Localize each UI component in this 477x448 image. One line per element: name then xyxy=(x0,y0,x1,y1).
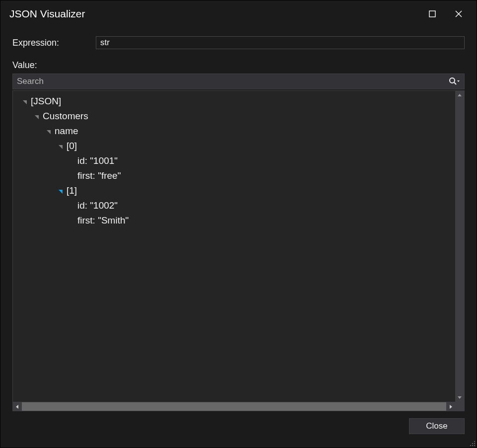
dialog-body: Expression: Value: xyxy=(0,27,477,448)
resize-grip-icon xyxy=(468,439,476,447)
search-icon xyxy=(450,78,456,84)
scroll-left-button[interactable] xyxy=(13,402,22,411)
maximize-button[interactable] xyxy=(421,4,443,24)
tree-label: first: "free" xyxy=(77,170,121,181)
tree-label: [1] xyxy=(67,185,77,196)
chevron-left-icon xyxy=(15,404,20,409)
svg-point-6 xyxy=(472,443,473,444)
tree-node-name[interactable]: name xyxy=(13,124,455,139)
tree-label: name xyxy=(55,126,78,137)
search-bar xyxy=(12,74,465,89)
svg-point-10 xyxy=(474,445,475,446)
value-label: Value: xyxy=(12,60,465,71)
tree-label: id: "1001" xyxy=(77,155,118,166)
svg-point-5 xyxy=(474,441,475,442)
window-title: JSON Visualizer xyxy=(9,8,417,20)
chevron-down-icon xyxy=(457,395,462,400)
dialog-footer: Close xyxy=(12,418,465,434)
expression-input[interactable] xyxy=(96,36,465,49)
svg-rect-0 xyxy=(429,11,435,17)
json-visualizer-window: JSON Visualizer Expression: Value: xyxy=(0,0,477,448)
chevron-down-icon xyxy=(457,80,460,82)
expression-row: Expression: xyxy=(12,36,465,49)
tree-node-customers[interactable]: Customers xyxy=(13,109,455,124)
svg-point-7 xyxy=(474,443,475,444)
tree-label: [JSON] xyxy=(31,96,61,107)
tree-panel: [JSON] Customers name [0] id: "1001" xyxy=(12,90,465,402)
scroll-up-button[interactable] xyxy=(455,91,464,100)
svg-point-3 xyxy=(450,78,455,83)
tree-label: first: "Smith" xyxy=(77,215,129,226)
tree-label: id: "1002" xyxy=(77,200,118,211)
expression-label: Expression: xyxy=(12,38,96,48)
tree-node-item-1[interactable]: [1] xyxy=(13,183,455,198)
tree-label: [0] xyxy=(67,141,77,151)
tree-leaf-id-1[interactable]: id: "1002" xyxy=(13,198,455,213)
titlebar: JSON Visualizer xyxy=(0,0,477,27)
expander-icon[interactable] xyxy=(22,98,28,104)
close-button[interactable]: Close xyxy=(409,418,465,434)
vertical-scrollbar[interactable] xyxy=(455,91,464,402)
scrollbar-track[interactable] xyxy=(22,402,446,411)
scroll-right-button[interactable] xyxy=(446,402,455,411)
chevron-right-icon xyxy=(448,404,453,409)
scroll-down-button[interactable] xyxy=(455,393,464,402)
chevron-up-icon xyxy=(457,93,462,98)
expander-icon[interactable] xyxy=(46,128,52,134)
svg-point-9 xyxy=(472,445,473,446)
tree-leaf-first-0[interactable]: first: "free" xyxy=(13,168,455,183)
close-icon xyxy=(455,10,463,18)
tree-leaf-first-1[interactable]: first: "Smith" xyxy=(13,213,455,228)
tree-node-item-0[interactable]: [0] xyxy=(13,139,455,153)
search-button[interactable] xyxy=(444,74,464,89)
resize-grip[interactable] xyxy=(468,439,476,447)
close-window-button[interactable] xyxy=(447,4,470,24)
svg-point-8 xyxy=(470,445,471,446)
expander-icon[interactable] xyxy=(58,188,64,194)
tree-leaf-id-0[interactable]: id: "1001" xyxy=(13,153,455,168)
svg-line-4 xyxy=(454,82,456,84)
horizontal-scrollbar[interactable] xyxy=(12,402,465,411)
maximize-icon xyxy=(429,10,436,17)
tree-content: [JSON] Customers name [0] id: "1001" xyxy=(13,91,455,402)
expander-icon[interactable] xyxy=(58,143,64,149)
close-button-label: Close xyxy=(426,421,447,431)
tree-label: Customers xyxy=(43,111,88,122)
search-input[interactable] xyxy=(13,76,444,86)
expander-icon[interactable] xyxy=(34,113,40,119)
tree-node-json[interactable]: [JSON] xyxy=(13,94,455,109)
scrollbar-track[interactable] xyxy=(455,100,464,393)
scrollbar-corner xyxy=(455,402,464,411)
